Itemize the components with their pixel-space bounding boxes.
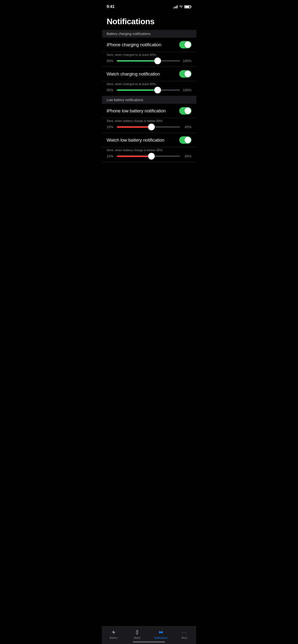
signal-icon: [173, 5, 178, 8]
section-header-low-battery: Low battery notifications: [102, 96, 196, 104]
status-time: 9:41: [107, 4, 115, 9]
watch-charging-slider-section: Sent, when charged to at least 80%. 50% …: [102, 81, 196, 96]
watch-low-battery-hint: Sent, when battery charge is below 30%.: [102, 148, 196, 154]
watch-low-battery-label: Watch low battery notification: [107, 138, 164, 143]
watch-low-battery-toggle[interactable]: [179, 136, 192, 144]
watch-charging-hint: Sent, when charged to at least 80%.: [102, 82, 196, 88]
iphone-low-battery-hint: Sent, when battery charge is below 30%.: [102, 119, 196, 125]
watch-low-battery-row: Watch low battery notification: [102, 133, 196, 147]
watch-charging-slider[interactable]: [117, 89, 180, 91]
watch-low-battery-max: 45%: [182, 154, 192, 158]
watch-charging-max: 100%: [182, 88, 192, 92]
iphone-charging-hint: Sent, when charged to at least 80%.: [102, 53, 196, 59]
content-area: Battery charging notifications iPhone ch…: [102, 30, 196, 186]
iphone-low-battery-row: iPhone low battery notification: [102, 104, 196, 118]
watch-low-battery-min: 10%: [107, 154, 114, 158]
page-title: Notifications: [102, 12, 196, 30]
iphone-low-battery-label: iPhone low battery notification: [107, 108, 166, 114]
watch-low-battery-slider-section: Sent, when battery charge is below 30%. …: [102, 147, 196, 162]
iphone-charging-min: 50%: [107, 59, 114, 63]
status-bar: 9:41: [102, 0, 196, 12]
iphone-charging-max: 100%: [182, 59, 192, 63]
iphone-low-battery-min: 10%: [107, 125, 114, 129]
iphone-low-battery-slider[interactable]: [117, 126, 180, 128]
section-header-charging: Battery charging notifications: [102, 30, 196, 38]
iphone-charging-row: iPhone charging notification: [102, 38, 196, 52]
iphone-charging-toggle[interactable]: [179, 41, 192, 48]
watch-charging-min: 50%: [107, 88, 114, 92]
watch-charging-toggle[interactable]: [179, 70, 192, 78]
iphone-charging-label: iPhone charging notification: [107, 42, 162, 48]
iphone-low-battery-max: 45%: [182, 125, 192, 129]
iphone-charging-slider-section: Sent, when charged to at least 80%. 50% …: [102, 52, 196, 67]
watch-charging-row: Watch charging notification: [102, 67, 196, 81]
iphone-charging-slider[interactable]: [117, 60, 180, 62]
iphone-low-battery-slider-section: Sent, when battery charge is below 30%. …: [102, 118, 196, 133]
wifi-icon: [179, 5, 183, 8]
iphone-low-battery-toggle[interactable]: [179, 107, 192, 114]
battery-status-icon: [184, 5, 192, 8]
watch-low-battery-slider[interactable]: [117, 156, 180, 157]
watch-charging-label: Watch charging notification: [107, 72, 160, 77]
status-icons: [173, 5, 192, 8]
